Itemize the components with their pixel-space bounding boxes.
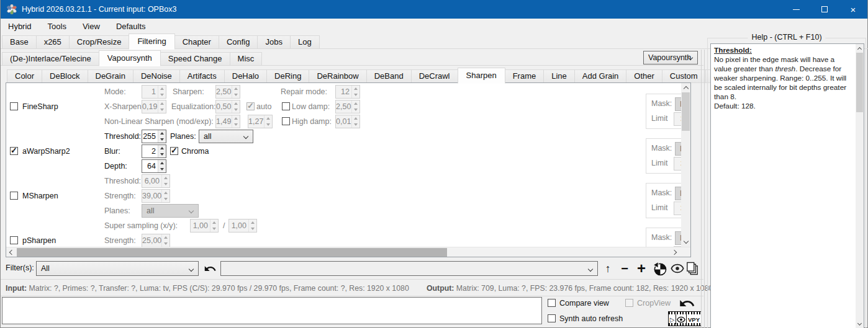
tab-speed-change[interactable]: Speed Change	[160, 52, 230, 66]
copy-script-button[interactable]	[685, 261, 699, 276]
maximize-button[interactable]	[810, 0, 839, 19]
msharpen-threshold-spinbox: 6,00	[142, 174, 170, 188]
awarpsharp2-checkbox[interactable]	[10, 147, 18, 155]
splitter-line[interactable]	[704, 50, 705, 328]
reorder-filters-button[interactable]	[651, 261, 667, 276]
awarpsharp2-blur-spinbox[interactable]: 2	[142, 144, 166, 158]
minimize-button[interactable]	[782, 0, 810, 19]
menu-tools[interactable]: Tools	[42, 19, 73, 33]
chevron-right-icon	[672, 249, 677, 254]
title-bar: Hybrid 2026.03.21.1 - Current input: OPB…	[1, 0, 867, 19]
msharpen-supersampling-label: Super sampling (x/y):	[104, 219, 178, 233]
spinner-buttons[interactable]	[158, 160, 166, 172]
filter-engine-select[interactable]: Vapoursynth	[643, 51, 698, 64]
finesharp-checkbox[interactable]	[10, 102, 18, 110]
tab-line[interactable]: Line	[543, 69, 575, 83]
synth-auto-refresh-checkbox[interactable]	[548, 314, 556, 322]
tab-frame[interactable]: Frame	[505, 69, 545, 83]
compare-view-checkbox[interactable]	[548, 299, 556, 307]
chevron-up-icon	[683, 86, 688, 91]
help-scrollbar-thumb[interactable]	[856, 53, 863, 112]
finesharp-auto-checkbox	[246, 102, 255, 110]
sharpen-filter-panel: Mode: 1 Sharpen: 2,50 Repair mode: 12 Fi…	[6, 82, 691, 257]
menu-hybrid[interactable]: Hybrid	[2, 19, 38, 33]
finesharp-high-damp-spinbox: 0,01	[335, 115, 360, 128]
tab-vapoursynth[interactable]: Vapoursynth	[99, 50, 161, 66]
filter-search-select[interactable]	[220, 261, 598, 276]
preview-filter-button[interactable]	[670, 262, 685, 275]
close-button[interactable]: ×	[839, 0, 867, 19]
maximize-icon	[821, 6, 828, 12]
finesharp-high-damp-checkbox[interactable]	[282, 117, 290, 125]
tab-deband[interactable]: DeBand	[366, 69, 412, 83]
msharpen-strength-label: Strength:	[104, 189, 136, 203]
move-filter-up-button[interactable]: ↑	[601, 262, 615, 275]
scroll-left-button[interactable]	[6, 247, 16, 257]
menu-defaults[interactable]: Defaults	[110, 19, 152, 33]
tab-sharpen[interactable]: Sharpen	[458, 68, 505, 84]
tab-decrawl[interactable]: DeCrawl	[411, 69, 458, 83]
awarpsharp2-threshold-spinbox[interactable]: 255	[142, 130, 166, 143]
filters-select[interactable]: All	[36, 261, 199, 276]
app-window: Hybrid 2026.03.21.1 - Current input: OPB…	[0, 0, 868, 328]
reset-filter-button[interactable]	[202, 261, 217, 276]
tab-color[interactable]: Color	[7, 69, 42, 83]
finesharp-mode-label: Mode:	[104, 85, 126, 99]
tab-other[interactable]: Other	[626, 69, 662, 83]
tab-deblock[interactable]: DeBlock	[42, 69, 88, 83]
tab-artifacts[interactable]: Artifacts	[179, 69, 225, 83]
splitter-line[interactable]	[701, 50, 702, 328]
tab-chapter[interactable]: Chapter	[174, 35, 219, 49]
scroll-down-button[interactable]	[681, 237, 690, 247]
scroll-up-button[interactable]	[681, 83, 690, 92]
tab-config[interactable]: Config	[219, 35, 258, 49]
awarpsharp2-chroma-checkbox[interactable]	[170, 147, 178, 155]
vertical-scrollbar-thumb[interactable]	[682, 92, 690, 131]
spinner-buttons	[232, 86, 240, 98]
spinner-buttons[interactable]	[158, 145, 166, 157]
limit-label: Limit	[651, 201, 667, 215]
horizontal-scrollbar[interactable]	[6, 247, 690, 257]
spinner-buttons[interactable]	[158, 130, 166, 143]
mask-label: Mask:	[651, 97, 672, 110]
refresh-preview-button[interactable]	[676, 295, 697, 311]
awarpsharp2-planes-select[interactable]: all	[199, 130, 253, 143]
tab-dehalo[interactable]: DeHalo	[224, 69, 267, 83]
msharpen-checkbox[interactable]	[10, 192, 18, 200]
awarpsharp2-depth-spinbox[interactable]: 64	[142, 159, 166, 173]
tab-log[interactable]: Log	[290, 35, 320, 49]
tab-misc-vs[interactable]: Misc	[230, 52, 263, 66]
tab-add-grain[interactable]: Add Grain	[574, 69, 627, 83]
scroll-right-button[interactable]	[671, 247, 680, 257]
help-text-box: Threshold: No pixel in the edge mask wil…	[710, 43, 864, 328]
script-log-textarea[interactable]	[2, 297, 542, 324]
help-vertical-scrollbar[interactable]	[856, 44, 864, 328]
scroll-down-button[interactable]	[856, 320, 864, 328]
tab-deinterlace-telecine[interactable]: (De-)Interlace/Telecine	[2, 52, 99, 66]
spinner-buttons	[232, 115, 240, 128]
tab-dering[interactable]: DeRing	[266, 69, 309, 83]
add-filter-button[interactable]: +	[634, 262, 649, 275]
tab-jobs[interactable]: Jobs	[257, 35, 290, 49]
psharpen-checkbox[interactable]	[10, 236, 18, 244]
vertical-scrollbar[interactable]	[681, 83, 690, 247]
tab-degrain[interactable]: DeGrain	[88, 69, 133, 83]
remove-filter-button[interactable]: −	[618, 262, 631, 275]
tab-crop-resize[interactable]: Crop/Resize	[69, 35, 130, 49]
tab-filtering[interactable]: Filtering	[129, 33, 174, 50]
help-default-line: Default: 128.	[714, 102, 853, 111]
tab-custom[interactable]: Custom	[662, 69, 706, 83]
vapoursynth-preview-button[interactable]: ▷ VPY	[668, 311, 702, 326]
tab-base[interactable]: Base	[2, 35, 37, 49]
vapoursynth-tab-bar: (De-)Interlace/Telecine Vapoursynth Spee…	[2, 51, 262, 66]
menu-view[interactable]: View	[76, 19, 106, 33]
horizontal-scrollbar-thumb[interactable]	[17, 248, 447, 257]
tab-denoise[interactable]: DeNoise	[133, 69, 180, 83]
scroll-up-button[interactable]	[856, 44, 864, 52]
finesharp-low-damp-checkbox[interactable]	[282, 102, 290, 110]
msharpen-supersampling-y-spinbox: 1,00	[228, 219, 257, 233]
finesharp-nonlinear-label: Non-Linear Sharpen (mod/exp):	[104, 115, 214, 128]
minus-icon: −	[621, 262, 628, 276]
tab-x265[interactable]: x265	[36, 35, 70, 49]
tab-derainbow[interactable]: DeRainbow	[309, 69, 366, 83]
